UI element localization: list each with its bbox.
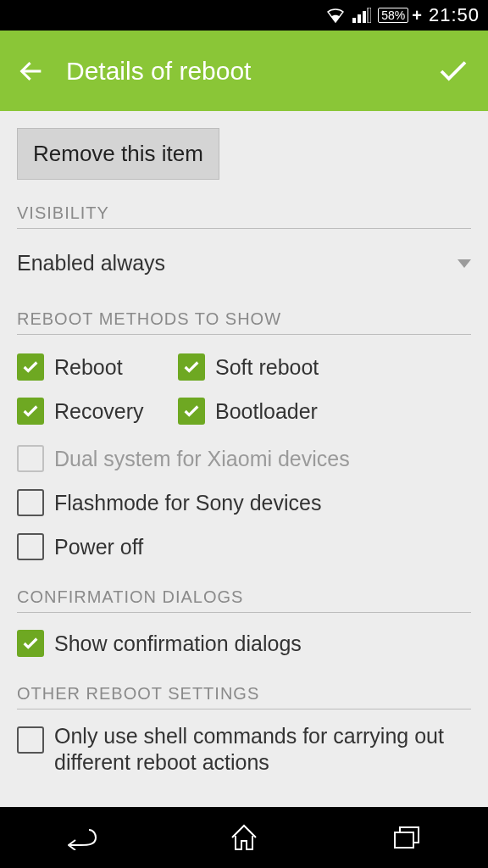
remove-item-button[interactable]: Remove this item [17,128,219,180]
svg-rect-1 [358,14,361,23]
check-icon [17,533,44,560]
checkbox-label: Reboot [54,355,123,380]
checkbox-bootloader[interactable]: Bootloader [178,394,471,428]
check-icon [178,353,205,381]
section-header-methods: REBOOT METHODS TO SHOW [17,298,471,335]
svg-rect-0 [352,18,356,23]
checkbox-label: Dual system for Xiaomi devices [54,447,350,471]
battery-percent: 58% [378,8,408,23]
section-header-other: OTHER REBOOT SETTINGS [17,672,471,709]
check-icon [178,398,205,425]
check-icon [17,726,44,754]
checkbox-shell-commands[interactable]: Only use shell commands for carrying out… [17,723,471,776]
checkbox-label: Recovery [54,399,144,424]
visibility-dropdown[interactable]: Enabled always [17,241,471,286]
back-icon[interactable] [17,57,46,86]
checkbox-dual-system: Dual system for Xiaomi devices [17,442,471,476]
signal-icon [352,8,371,23]
battery-plus-icon: + [412,6,422,25]
navigation-bar [0,807,488,868]
reboot-methods-list: Dual system for Xiaomi devices Flashmode… [17,442,471,564]
section-header-confirmation: CONFIRMATION DIALOGS [17,576,471,613]
status-bar: 58% + 21:50 [0,0,488,31]
svg-rect-4 [395,832,413,848]
reboot-methods-grid: Reboot Soft reboot Recovery Bootloader [17,350,471,428]
confirmation-list: Show confirmation dialogs [17,626,471,660]
svg-rect-2 [363,11,366,23]
battery-indicator: 58% + [378,6,422,25]
dropdown-caret-icon [458,259,471,268]
clock: 21:50 [429,4,480,26]
check-icon [17,445,44,472]
check-icon [17,630,44,657]
check-icon [17,353,44,381]
nav-home-icon[interactable] [225,819,263,856]
app-bar: Details of reboot [0,31,488,111]
checkbox-soft-reboot[interactable]: Soft reboot [178,350,471,384]
other-settings-list: Only use shell commands for carrying out… [17,723,471,776]
page-title: Details of reboot [46,57,435,86]
checkbox-flashmode[interactable]: Flashmode for Sony devices [17,486,471,520]
checkbox-label: Flashmode for Sony devices [54,491,321,515]
nav-recent-icon[interactable] [388,819,425,856]
checkbox-label: Bootloader [215,399,318,424]
checkbox-label: Show confirmation dialogs [54,632,302,656]
checkbox-reboot[interactable]: Reboot [17,350,178,384]
checkbox-label: Only use shell commands for carrying out… [54,723,471,776]
checkbox-label: Power off [54,535,143,559]
check-icon [17,489,44,516]
check-icon [17,398,44,425]
svg-rect-3 [368,8,371,23]
wifi-icon [325,7,346,24]
confirm-check-icon[interactable] [435,53,471,89]
checkbox-recovery[interactable]: Recovery [17,394,178,428]
checkbox-power-off[interactable]: Power off [17,530,471,564]
nav-back-icon[interactable] [63,819,100,856]
checkbox-label: Soft reboot [215,355,319,380]
checkbox-show-confirmation[interactable]: Show confirmation dialogs [17,626,471,660]
content-area: Remove this item VISIBILITY Enabled alwa… [0,111,488,807]
section-header-visibility: VISIBILITY [17,192,471,229]
visibility-selected-value: Enabled always [17,251,165,275]
